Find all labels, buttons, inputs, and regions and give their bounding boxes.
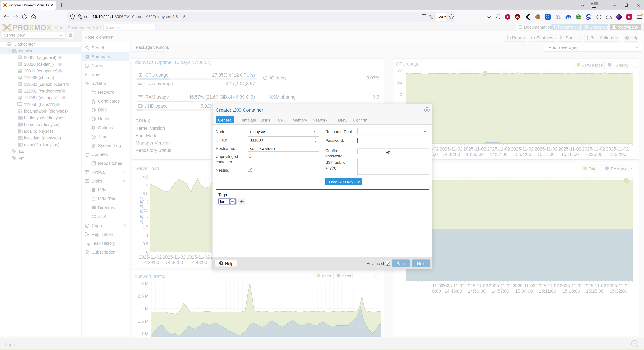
svg-text:A: A xyxy=(431,16,433,20)
svg-text:U0: U0 xyxy=(516,15,519,18)
svg-text:?: ? xyxy=(626,36,628,39)
svg-text:1: 1 xyxy=(595,2,597,5)
svg-text:?: ? xyxy=(220,262,222,265)
svg-text:V: V xyxy=(628,15,630,19)
